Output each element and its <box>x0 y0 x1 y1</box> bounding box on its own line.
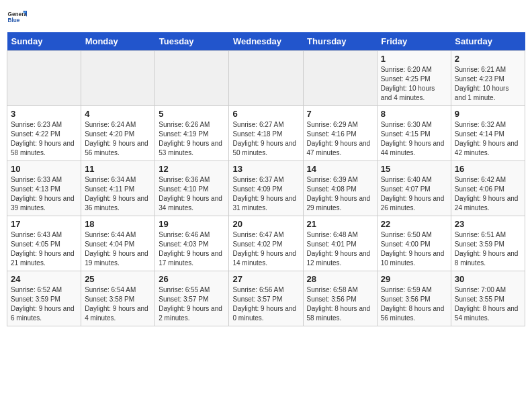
weekday-monday: Monday <box>81 32 155 51</box>
day-info: Sunrise: 6:46 AM Sunset: 4:03 PM Dayligh… <box>159 230 225 268</box>
day-info: Sunrise: 6:52 AM Sunset: 3:59 PM Dayligh… <box>11 285 77 323</box>
day-number: 14 <box>307 164 373 174</box>
week-row-2: 3Sunrise: 6:23 AM Sunset: 4:22 PM Daylig… <box>7 106 525 161</box>
day-number: 3 <box>11 109 77 119</box>
day-number: 18 <box>85 219 151 229</box>
day-info: Sunrise: 6:30 AM Sunset: 4:15 PM Dayligh… <box>381 120 447 158</box>
day-number: 26 <box>159 274 225 284</box>
day-number: 7 <box>307 109 373 119</box>
day-number: 22 <box>381 219 447 229</box>
day-cell: 3Sunrise: 6:23 AM Sunset: 4:22 PM Daylig… <box>7 106 81 161</box>
day-number: 19 <box>159 219 225 229</box>
weekday-saturday: Saturday <box>451 32 525 51</box>
day-info: Sunrise: 6:54 AM Sunset: 3:58 PM Dayligh… <box>85 285 151 323</box>
header: General Blue <box>7 7 525 27</box>
day-number: 5 <box>159 109 225 119</box>
day-cell: 12Sunrise: 6:36 AM Sunset: 4:10 PM Dayli… <box>155 161 229 216</box>
weekday-friday: Friday <box>377 32 451 51</box>
day-info: Sunrise: 6:40 AM Sunset: 4:07 PM Dayligh… <box>381 175 447 213</box>
day-cell: 27Sunrise: 6:56 AM Sunset: 3:57 PM Dayli… <box>229 271 303 326</box>
day-info: Sunrise: 6:48 AM Sunset: 4:01 PM Dayligh… <box>307 230 373 268</box>
day-cell: 22Sunrise: 6:50 AM Sunset: 4:00 PM Dayli… <box>377 216 451 271</box>
day-number: 9 <box>455 109 521 119</box>
day-cell: 14Sunrise: 6:39 AM Sunset: 4:08 PM Dayli… <box>303 161 377 216</box>
day-info: Sunrise: 6:50 AM Sunset: 4:00 PM Dayligh… <box>381 230 447 268</box>
day-cell: 28Sunrise: 6:58 AM Sunset: 3:56 PM Dayli… <box>303 271 377 326</box>
day-cell: 30Sunrise: 7:00 AM Sunset: 3:55 PM Dayli… <box>451 271 525 326</box>
day-number: 12 <box>159 164 225 174</box>
day-cell <box>229 51 303 106</box>
logo-icon: General Blue <box>7 7 27 27</box>
day-info: Sunrise: 6:32 AM Sunset: 4:14 PM Dayligh… <box>455 120 521 158</box>
day-number: 29 <box>381 274 447 284</box>
day-cell: 9Sunrise: 6:32 AM Sunset: 4:14 PM Daylig… <box>451 106 525 161</box>
day-cell: 8Sunrise: 6:30 AM Sunset: 4:15 PM Daylig… <box>377 106 451 161</box>
day-cell: 1Sunrise: 6:20 AM Sunset: 4:25 PM Daylig… <box>377 51 451 106</box>
day-info: Sunrise: 6:26 AM Sunset: 4:19 PM Dayligh… <box>159 120 225 158</box>
day-number: 24 <box>11 274 77 284</box>
day-cell: 15Sunrise: 6:40 AM Sunset: 4:07 PM Dayli… <box>377 161 451 216</box>
day-cell: 18Sunrise: 6:44 AM Sunset: 4:04 PM Dayli… <box>81 216 155 271</box>
weekday-wednesday: Wednesday <box>229 32 303 51</box>
day-info: Sunrise: 6:27 AM Sunset: 4:18 PM Dayligh… <box>232 120 299 158</box>
day-number: 10 <box>11 164 77 174</box>
logo: General Blue <box>7 7 31 27</box>
day-info: Sunrise: 7:00 AM Sunset: 3:55 PM Dayligh… <box>455 285 521 323</box>
day-info: Sunrise: 6:55 AM Sunset: 3:57 PM Dayligh… <box>159 285 225 323</box>
day-cell: 10Sunrise: 6:33 AM Sunset: 4:13 PM Dayli… <box>7 161 81 216</box>
day-number: 30 <box>455 274 521 284</box>
day-cell: 23Sunrise: 6:51 AM Sunset: 3:59 PM Dayli… <box>451 216 525 271</box>
day-number: 17 <box>11 219 77 229</box>
day-info: Sunrise: 6:33 AM Sunset: 4:13 PM Dayligh… <box>11 175 77 213</box>
calendar-table: SundayMondayTuesdayWednesdayThursdayFrid… <box>7 32 525 326</box>
day-cell: 5Sunrise: 6:26 AM Sunset: 4:19 PM Daylig… <box>155 106 229 161</box>
day-info: Sunrise: 6:44 AM Sunset: 4:04 PM Dayligh… <box>85 230 151 268</box>
week-row-3: 10Sunrise: 6:33 AM Sunset: 4:13 PM Dayli… <box>7 161 525 216</box>
day-cell: 7Sunrise: 6:29 AM Sunset: 4:16 PM Daylig… <box>303 106 377 161</box>
day-number: 8 <box>381 109 447 119</box>
day-cell: 4Sunrise: 6:24 AM Sunset: 4:20 PM Daylig… <box>81 106 155 161</box>
day-cell: 13Sunrise: 6:37 AM Sunset: 4:09 PM Dayli… <box>229 161 303 216</box>
weekday-thursday: Thursday <box>303 32 377 51</box>
day-cell: 20Sunrise: 6:47 AM Sunset: 4:02 PM Dayli… <box>229 216 303 271</box>
day-info: Sunrise: 6:43 AM Sunset: 4:05 PM Dayligh… <box>11 230 77 268</box>
day-info: Sunrise: 6:37 AM Sunset: 4:09 PM Dayligh… <box>232 175 299 213</box>
day-number: 4 <box>85 109 151 119</box>
day-cell: 21Sunrise: 6:48 AM Sunset: 4:01 PM Dayli… <box>303 216 377 271</box>
day-info: Sunrise: 6:42 AM Sunset: 4:06 PM Dayligh… <box>455 175 521 213</box>
day-info: Sunrise: 6:59 AM Sunset: 3:56 PM Dayligh… <box>381 285 447 323</box>
svg-text:Blue: Blue <box>8 17 20 24</box>
day-cell: 29Sunrise: 6:59 AM Sunset: 3:56 PM Dayli… <box>377 271 451 326</box>
day-info: Sunrise: 6:56 AM Sunset: 3:57 PM Dayligh… <box>232 285 299 323</box>
day-cell: 25Sunrise: 6:54 AM Sunset: 3:58 PM Dayli… <box>81 271 155 326</box>
day-number: 20 <box>232 219 299 229</box>
day-info: Sunrise: 6:58 AM Sunset: 3:56 PM Dayligh… <box>307 285 373 323</box>
week-row-5: 24Sunrise: 6:52 AM Sunset: 3:59 PM Dayli… <box>7 271 525 326</box>
day-cell: 6Sunrise: 6:27 AM Sunset: 4:18 PM Daylig… <box>229 106 303 161</box>
day-number: 23 <box>455 219 521 229</box>
day-number: 25 <box>85 274 151 284</box>
weekday-sunday: Sunday <box>7 32 81 51</box>
day-info: Sunrise: 6:47 AM Sunset: 4:02 PM Dayligh… <box>232 230 299 268</box>
day-cell: 2Sunrise: 6:21 AM Sunset: 4:23 PM Daylig… <box>451 51 525 106</box>
day-cell: 24Sunrise: 6:52 AM Sunset: 3:59 PM Dayli… <box>7 271 81 326</box>
week-row-1: 1Sunrise: 6:20 AM Sunset: 4:25 PM Daylig… <box>7 51 525 106</box>
day-cell: 17Sunrise: 6:43 AM Sunset: 4:05 PM Dayli… <box>7 216 81 271</box>
day-number: 1 <box>381 54 447 64</box>
day-info: Sunrise: 6:36 AM Sunset: 4:10 PM Dayligh… <box>159 175 225 213</box>
day-info: Sunrise: 6:39 AM Sunset: 4:08 PM Dayligh… <box>307 175 373 213</box>
day-cell <box>81 51 155 106</box>
day-number: 27 <box>232 274 299 284</box>
day-cell <box>7 51 81 106</box>
day-info: Sunrise: 6:51 AM Sunset: 3:59 PM Dayligh… <box>455 230 521 268</box>
day-info: Sunrise: 6:23 AM Sunset: 4:22 PM Dayligh… <box>11 120 77 158</box>
day-cell: 16Sunrise: 6:42 AM Sunset: 4:06 PM Dayli… <box>451 161 525 216</box>
weekday-header-row: SundayMondayTuesdayWednesdayThursdayFrid… <box>7 32 525 51</box>
day-number: 11 <box>85 164 151 174</box>
day-number: 21 <box>307 219 373 229</box>
day-number: 2 <box>455 54 521 64</box>
day-info: Sunrise: 6:24 AM Sunset: 4:20 PM Dayligh… <box>85 120 151 158</box>
day-info: Sunrise: 6:29 AM Sunset: 4:16 PM Dayligh… <box>307 120 373 158</box>
day-cell <box>303 51 377 106</box>
day-number: 28 <box>307 274 373 284</box>
